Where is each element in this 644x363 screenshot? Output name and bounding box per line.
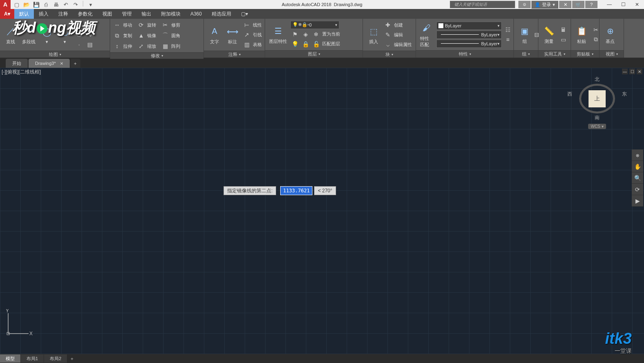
region-icon[interactable]: ▤ — [85, 40, 94, 49]
tab-manage[interactable]: 管理 — [117, 9, 137, 19]
copy-icon[interactable]: ⧉ — [113, 31, 122, 40]
ellipse-icon[interactable]: ⬭ — [75, 30, 84, 39]
tab-annotate[interactable]: 注释 — [53, 9, 73, 19]
set-current-button[interactable]: 置为当前 — [322, 31, 340, 37]
sign-in-button[interactable]: 👤 登录 ▾ — [531, 1, 558, 9]
tab-start[interactable]: 开始 — [6, 59, 28, 68]
distance-input[interactable]: 1133.7621 — [280, 186, 312, 195]
panel-block-label[interactable]: 块▾ — [363, 51, 416, 58]
new-tab-button[interactable]: ＋ — [71, 59, 80, 68]
scale-icon[interactable]: ⤢ — [137, 42, 146, 51]
undo-icon[interactable]: ↶ — [62, 1, 69, 8]
layer-dropdown[interactable]: 💡❄🔒▫ 0▾ — [290, 21, 339, 29]
create-block-button[interactable]: ✚创建 — [383, 20, 412, 29]
angle-input[interactable]: < 270° — [314, 186, 336, 195]
tab-overflow-icon[interactable]: ▢▾ — [236, 9, 253, 19]
tab-addins[interactable]: 附加模块 — [156, 9, 186, 19]
hatch-icon[interactable]: ▦ — [85, 20, 94, 29]
basepoint-button[interactable]: ⊕基点 — [602, 24, 618, 45]
layer-state-icon[interactable]: ⚑ — [290, 30, 299, 39]
tab-default[interactable]: 默认 — [14, 9, 34, 19]
stretch-icon[interactable]: ↕ — [113, 42, 122, 51]
tab-output[interactable]: 输出 — [137, 9, 156, 19]
fullnav-icon[interactable]: ⎈ — [632, 149, 643, 161]
point-icon[interactable]: ∙ — [75, 40, 84, 49]
cart-icon[interactable]: 🛒 — [572, 1, 584, 8]
tab-a360[interactable]: A360 — [186, 9, 207, 19]
calc-icon[interactable]: 🖩 — [559, 25, 568, 34]
tab-insert[interactable]: 插入 — [34, 9, 53, 19]
layer-props-button[interactable]: ☰图层特性 — [268, 24, 289, 45]
layout1-tab[interactable]: 布局1 — [21, 354, 44, 363]
measure-button[interactable]: 📏测量 — [541, 24, 557, 45]
close-button[interactable]: ✕ — [630, 0, 644, 9]
tab-view[interactable]: 视图 — [97, 9, 117, 19]
color-dropdown[interactable]: ByLayer▾ — [436, 22, 502, 30]
match-props-button[interactable]: 🖌特性匹配 — [418, 21, 435, 49]
vp-restore-icon[interactable]: ☐ — [629, 69, 635, 74]
text-button[interactable]: A文字 — [206, 24, 223, 46]
infocenter-icon[interactable]: ⛭ — [518, 1, 531, 8]
app-menu-button[interactable]: A▾ — [0, 9, 14, 19]
minimize-button[interactable]: — — [602, 0, 616, 9]
array-icon[interactable]: ▦ — [161, 42, 170, 51]
fillet-icon[interactable]: ⌒ — [161, 31, 170, 40]
maximize-button[interactable]: ☐ — [616, 0, 630, 9]
paste-button[interactable]: 📋粘贴 — [573, 24, 590, 45]
copy2-icon[interactable]: ⧉ — [591, 35, 600, 44]
tab-drawing[interactable]: Drawing3*✕ — [29, 59, 70, 68]
pan-icon[interactable]: ✋ — [632, 161, 643, 172]
vp-close-icon[interactable]: ✕ — [637, 69, 642, 74]
vp-minimize-icon[interactable]: — — [622, 69, 628, 74]
dimension-button[interactable]: ⟷标注 — [224, 24, 241, 46]
layer-freeze-icon[interactable]: ❄ — [312, 30, 321, 39]
showmotion-icon[interactable]: ▶ — [632, 195, 643, 207]
panel-group-label[interactable]: 组▾ — [514, 50, 538, 58]
layer-off-icon[interactable]: 💡 — [290, 40, 299, 49]
layer-unlock-icon[interactable]: 🔓 — [312, 40, 321, 49]
table-button[interactable]: ▥表格 — [242, 40, 262, 49]
zoom-icon[interactable]: 🔍 — [632, 172, 643, 184]
rect-icon[interactable]: ▭ — [75, 20, 84, 29]
help-search-input[interactable]: 键入关键字或短语 — [450, 1, 515, 8]
group-button[interactable]: ▣组 — [516, 24, 533, 45]
help-icon[interactable]: ? — [585, 1, 598, 8]
trim-icon[interactable]: ✂ — [161, 20, 170, 29]
edit-attr-button[interactable]: ⌵编辑属性 — [383, 40, 412, 49]
open-icon[interactable]: 📂 — [23, 1, 30, 8]
save-icon[interactable]: 💾 — [33, 1, 40, 8]
viewcube[interactable]: 北 上 西 东 南 WCS ▾ — [575, 76, 620, 129]
tab-parametric[interactable]: 参数化 — [73, 9, 97, 19]
drawing-viewport[interactable]: [-][俯视][二维线框] — ☐ ✕ 指定镜像线的第二点: 1133.7621… — [0, 68, 644, 354]
panel-draw-label[interactable]: 绘图▾ — [0, 51, 110, 58]
linetype-dropdown[interactable]: ByLayer▾ — [436, 40, 502, 48]
orbit-icon[interactable]: ⟳ — [632, 184, 643, 195]
panel-utils-label[interactable]: 实用工具▾ — [538, 50, 571, 58]
cut-icon[interactable]: ✂ — [591, 25, 600, 34]
redo-icon[interactable]: ↷ — [72, 1, 79, 8]
panel-layers-label[interactable]: 图层▾ — [265, 50, 363, 58]
layer-lock-icon[interactable]: 🔒 — [301, 40, 310, 49]
panel-modify-label[interactable]: 修改▾ — [110, 52, 204, 59]
tab-featured[interactable]: 精选应用 — [207, 9, 236, 19]
viewcube-top[interactable]: 上 — [589, 90, 606, 107]
circle-button[interactable]: ◯▾ — [39, 24, 55, 45]
line-button[interactable]: ／直线 — [2, 24, 19, 46]
props-list-icon[interactable]: ≡ — [503, 35, 512, 44]
rotate-icon[interactable]: ⟳ — [137, 20, 146, 29]
select-icon[interactable]: ▭ — [559, 35, 568, 44]
model-tab[interactable]: 模型 — [0, 354, 20, 363]
props-palette-icon[interactable]: ☷ — [503, 25, 512, 34]
insert-block-button[interactable]: ⬚插入 — [365, 24, 382, 46]
layout2-tab[interactable]: 布局2 — [44, 354, 67, 363]
panel-clip-label[interactable]: 剪贴板▾ — [571, 50, 599, 58]
app-logo-icon[interactable]: A — [0, 0, 11, 9]
leader-button[interactable]: ↗引线 — [242, 30, 262, 39]
panel-props-label[interactable]: 特性▾ — [416, 50, 513, 58]
polyline-button[interactable]: 〰多段线 — [20, 24, 37, 46]
lineweight-dropdown[interactable]: ByLayer▾ — [436, 31, 502, 39]
saveas-icon[interactable]: ⎙ — [42, 1, 50, 8]
panel-base-label[interactable]: 视图▾ — [600, 50, 624, 58]
wcs-dropdown[interactable]: WCS ▾ — [588, 124, 606, 129]
spline-icon[interactable]: ∿ — [85, 30, 94, 39]
